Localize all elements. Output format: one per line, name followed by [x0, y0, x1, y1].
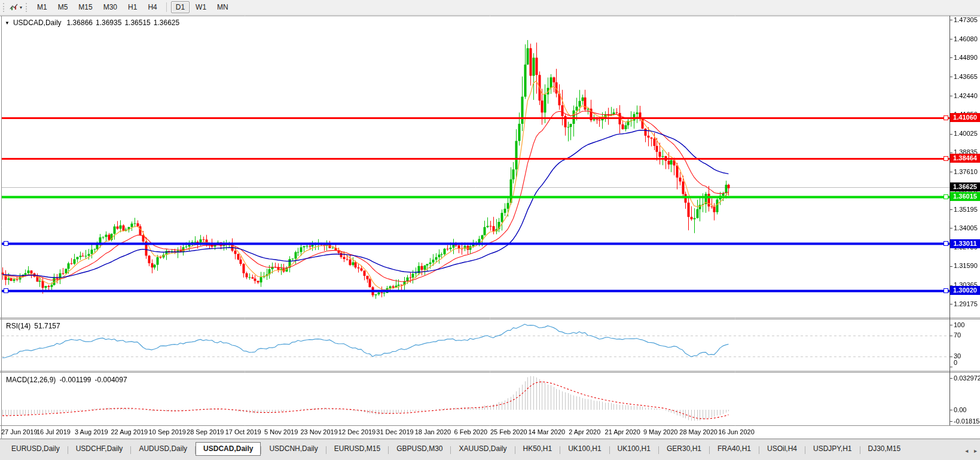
toolbar-drag-handle[interactable] — [3, 3, 7, 12]
date-label: 2 Apr 2020 — [569, 428, 600, 435]
date-label: 23 Nov 2019 — [300, 428, 337, 435]
timeframe-button-h4[interactable]: H4 — [143, 1, 161, 13]
chart-tab-bar: EURUSD,DailyUSDCHF,DailyAUDUSD,DailyUSDC… — [0, 439, 980, 460]
chevron-down-icon[interactable]: ▾ — [20, 5, 22, 10]
date-label: 14 Mar 2020 — [528, 428, 565, 435]
tab-usdchf-daily[interactable]: USDCHF,Daily — [68, 442, 131, 456]
collapse-arrow-icon[interactable]: ▼ — [5, 20, 10, 26]
rsi-tick-label: 70 — [954, 331, 980, 339]
hline-price-tag: 1.36015 — [950, 192, 980, 201]
date-label: 9 May 2020 — [643, 428, 677, 435]
price-tick-label: 1.31590 — [954, 262, 980, 270]
price-tick-label: 1.37610 — [954, 168, 980, 176]
price-tick-label: 1.40025 — [954, 130, 980, 138]
tab-hk50-h1[interactable]: HK50,H1 — [515, 442, 560, 456]
price-tick-label: 1.34005 — [954, 224, 980, 232]
date-label: 27 Jun 2019 — [1, 428, 38, 435]
hline-price-tag: 1.38464 — [950, 154, 980, 163]
date-label: 16 Jul 2019 — [36, 428, 71, 435]
macd-indicator-label: MACD(12,26,9)-0.001199-0.004097 — [6, 376, 131, 384]
toolbar-separator — [166, 2, 167, 12]
tab-dj30-m15[interactable]: DJ30,M15 — [860, 442, 909, 456]
hline-price-tag: 1.41060 — [950, 113, 980, 122]
timeframe-buttons: M1M5M15M30H1H4D1W1MN — [32, 1, 234, 13]
timeframe-button-d1[interactable]: D1 — [171, 1, 190, 13]
date-label: 21 Apr 2020 — [605, 428, 640, 435]
date-label: 25 Feb 2020 — [490, 428, 527, 435]
price-tick-label: 1.42440 — [954, 92, 980, 100]
price-tick-label: 1.47305 — [954, 16, 980, 24]
rsi-tick-label: 100 — [954, 321, 980, 329]
chart-symbol-label: USDCAD,Daily — [13, 19, 62, 27]
tab-uk100-h1[interactable]: UK100,H1 — [560, 442, 609, 456]
price-tick-label: 1.35195 — [954, 206, 980, 214]
timeframe-toolbar: ▾ M1M5M15M30H1H4D1W1MN — [0, 0, 980, 15]
rsi-indicator-label: RSI(14)51.7157 — [6, 322, 64, 330]
price-tick-label: 1.43665 — [954, 73, 980, 81]
tab-usoil-h4[interactable]: USOil,H4 — [759, 442, 805, 456]
rsi-tick-label: 0 — [954, 359, 980, 367]
hline-price-tag: 1.30020 — [950, 286, 980, 295]
tab-xauusd-daily[interactable]: XAUUSD,Daily — [451, 442, 514, 456]
ohlc-low: 1.36515 — [124, 19, 150, 27]
timeframe-button-m1[interactable]: M1 — [32, 1, 52, 13]
price-tick-label: 1.46080 — [954, 35, 980, 43]
date-label: 28 Sep 2019 — [187, 428, 224, 435]
tab-usdjpy-h1[interactable]: USDJPY,H1 — [805, 442, 859, 456]
date-label: 6 Feb 2020 — [454, 428, 488, 435]
date-label: 22 Aug 2019 — [111, 428, 148, 435]
tab-uk100-h1[interactable]: UK100,H1 — [610, 442, 658, 456]
tab-usdcad-daily[interactable]: USDCAD,Daily — [196, 442, 261, 456]
price-tick-label: 1.44890 — [954, 54, 980, 62]
date-label: 28 May 2020 — [679, 428, 718, 435]
date-label: 31 Dec 2019 — [376, 428, 413, 435]
tab-eurusd-daily[interactable]: EURUSD,Daily — [4, 442, 68, 456]
price-tick-label: 1.29175 — [954, 300, 980, 308]
toolbar-group-handle[interactable] — [26, 3, 29, 12]
tab-usdcnh-daily[interactable]: USDCNH,Daily — [261, 442, 325, 456]
tab-scroll-arrows: ◂ ▸ — [961, 447, 977, 454]
tab-gbpusd-m30[interactable]: GBPUSD,M30 — [389, 442, 450, 456]
date-label: 10 Sep 2019 — [149, 428, 186, 435]
date-label: 5 Nov 2019 — [264, 428, 298, 435]
tab-scroll-right-icon[interactable]: ▸ — [974, 447, 977, 454]
timeframe-button-m15[interactable]: M15 — [74, 1, 97, 13]
timeframe-button-w1[interactable]: W1 — [191, 1, 211, 13]
date-label: 3 Aug 2019 — [75, 428, 108, 435]
date-label: 12 Dec 2019 — [338, 428, 375, 435]
chart-tabs: EURUSD,DailyUSDCHF,DailyAUDUSD,DailyUSDC… — [4, 442, 908, 456]
macd-tick-label: -0.018154 — [954, 418, 980, 425]
tab-audusd-daily[interactable]: AUDUSD,Daily — [131, 442, 195, 456]
tab-scroll-left-icon[interactable]: ◂ — [965, 447, 968, 454]
hline-price-tag: 1.33011 — [950, 239, 980, 248]
ohlc-close: 1.36625 — [154, 19, 179, 27]
timeframe-button-mn[interactable]: MN — [212, 1, 233, 13]
date-label: 16 Jun 2020 — [718, 428, 755, 435]
date-label: 17 Oct 2019 — [225, 428, 261, 435]
trading-terminal-window: ▾ M1M5M15M30H1H4D1W1MN ▼USDCAD,Daily1.36… — [0, 0, 980, 460]
tab-ger30-h1[interactable]: GER30,H1 — [659, 442, 709, 456]
timeframe-button-m5[interactable]: M5 — [53, 1, 73, 13]
macd-tick-label: 0.032972 — [954, 374, 980, 382]
tab-fra40-h1[interactable]: FRA40,H1 — [710, 442, 759, 456]
ohlc-open: 1.36866 — [67, 19, 93, 27]
date-label: 18 Jan 2020 — [415, 428, 451, 435]
macd-tick-label: 0.00 — [954, 406, 980, 414]
chart-canvas[interactable] — [0, 0, 980, 460]
chart-title: ▼USDCAD,Daily1.368661.369351.365151.3662… — [5, 19, 182, 27]
current-price-tag: 1.36625 — [950, 182, 980, 191]
chart-tool-icon[interactable] — [9, 3, 19, 12]
timeframe-button-h1[interactable]: H1 — [123, 1, 142, 13]
ohlc-high: 1.36935 — [96, 19, 121, 27]
timeframe-button-m30[interactable]: M30 — [99, 1, 122, 13]
tab-eurusd-m15[interactable]: EURUSD,M15 — [326, 442, 388, 456]
